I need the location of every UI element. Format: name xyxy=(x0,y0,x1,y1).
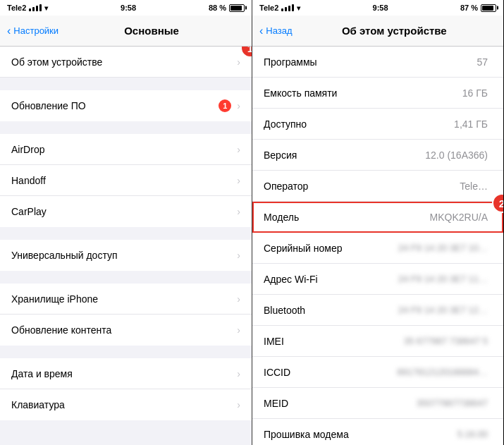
status-left-right: Telе2 ▾ xyxy=(259,4,300,12)
item-airdrop[interactable]: AirDrop › xyxy=(0,134,252,165)
item-accessibility-chevron: › xyxy=(237,250,240,261)
section-accessibility: Универсальный доступ › xyxy=(0,240,252,271)
section-update: Обновление ПО 1 › xyxy=(0,90,252,121)
battery-icon xyxy=(229,4,245,12)
item-iccid-value: 8917812120188884… xyxy=(397,367,488,377)
section-about: Об этом устройстве › 1 xyxy=(0,47,252,78)
section-accessibility-inner: Универсальный доступ › xyxy=(0,240,252,271)
section-airdrop: AirDrop › Handoff › CarPlay › xyxy=(0,134,252,227)
item-update-chevron: › xyxy=(237,100,240,111)
battery-fill-right xyxy=(482,6,493,11)
item-apps: Программы 57 xyxy=(252,47,503,78)
item-capacity: Емкость памяти 16 ГБ xyxy=(252,78,503,109)
phone-left: Telе2 ▾ 9:58 88 % ‹ Настройки Основные xyxy=(0,0,252,445)
battery-pct-label: 88 % xyxy=(209,4,226,12)
item-accessibility-label: Универсальный доступ xyxy=(11,250,237,261)
item-meid-label: MEID xyxy=(264,398,417,409)
phone-right: Telе2 ▾ 9:58 87 % ‹ Назад Об этом устрой… xyxy=(252,0,503,445)
item-model-wrapper: Модель MKQK2RU/A 2 xyxy=(252,202,503,233)
section-device-info-inner: Программы 57 Емкость памяти 16 ГБ Доступ… xyxy=(252,47,503,445)
status-bar-right: Telе2 ▾ 9:58 87 % xyxy=(252,0,503,16)
nav-title-right: Об этом устройстве xyxy=(321,25,468,37)
item-accessibility[interactable]: Универсальный доступ › xyxy=(0,240,252,271)
section-storage: Хранилище iPhone › Обновление контента › xyxy=(0,284,252,346)
section-airdrop-inner: AirDrop › Handoff › CarPlay › xyxy=(0,134,252,227)
settings-list-left: Об этом устройстве › 1 Обновление ПО 1 › xyxy=(0,47,252,445)
item-update[interactable]: Обновление ПО 1 › xyxy=(0,90,252,121)
item-airdrop-chevron: › xyxy=(237,144,240,155)
item-bg-refresh-label: Обновление контента xyxy=(11,324,237,336)
carrier-label: Telе2 xyxy=(7,4,26,12)
item-version-label: Версия xyxy=(264,150,425,161)
item-model-value: MKQK2RU/A xyxy=(430,212,488,223)
item-model: Модель MKQK2RU/A xyxy=(252,202,503,233)
item-keyboard-label: Клавиатура xyxy=(11,399,237,410)
nav-bar-right: ‹ Назад Об этом устройстве xyxy=(252,16,503,47)
section-datetime-inner: Дата и время › Клавиатура › xyxy=(0,358,252,420)
item-wifi-addr: Адрес Wi-Fi 24 F9 14 20 3E7 11… xyxy=(252,264,503,295)
back-button-right[interactable]: ‹ Назад xyxy=(259,25,293,37)
item-datetime[interactable]: Дата и время › xyxy=(0,358,252,389)
item-operator-value: Tele… xyxy=(460,181,488,192)
item-handoff[interactable]: Handoff › xyxy=(0,165,252,196)
item-version: Версия 12.0 (16A366) xyxy=(252,140,503,171)
item-datetime-label: Дата и время xyxy=(11,368,237,379)
item-bluetooth-value: 24 F9 14 20 3E7 12… xyxy=(398,305,488,315)
time-label: 9:58 xyxy=(121,4,136,12)
nav-bar-left: ‹ Настройки Основные xyxy=(0,16,252,47)
item-iccid-label: ICCID xyxy=(264,367,397,378)
section-update-inner: Обновление ПО 1 › xyxy=(0,90,252,121)
item-carplay[interactable]: CarPlay › xyxy=(0,196,252,227)
item-model-label: Модель xyxy=(264,212,430,223)
status-left: Telе2 ▾ xyxy=(7,4,48,12)
item-bg-refresh[interactable]: Обновление контента › xyxy=(0,315,252,346)
item-imei-label: IMEI xyxy=(264,336,404,347)
item-apps-label: Программы xyxy=(264,56,477,68)
device-info-list: Программы 57 Емкость памяти 16 ГБ Доступ… xyxy=(252,47,503,445)
signal-icon-right xyxy=(281,4,294,11)
item-about[interactable]: Об этом устройстве › xyxy=(0,47,252,78)
item-capacity-label: Емкость памяти xyxy=(264,87,462,99)
item-available-label: Доступно xyxy=(264,118,454,130)
item-available-value: 1,41 ГБ xyxy=(454,118,488,130)
time-label-right: 9:58 xyxy=(373,4,388,12)
nav-title-left: Основные xyxy=(87,25,216,37)
item-keyboard-chevron: › xyxy=(237,399,240,410)
item-serial-value: 24 F9 14 20 3E7 10… xyxy=(398,243,488,253)
item-operator: Оператор Tele… xyxy=(252,171,503,202)
gap-1 xyxy=(0,78,252,90)
back-label-right: Назад xyxy=(266,25,292,36)
update-badge: 1 xyxy=(219,99,231,112)
item-bluetooth-label: Bluetooth xyxy=(264,305,398,316)
gap-5 xyxy=(0,346,252,358)
item-storage[interactable]: Хранилище iPhone › xyxy=(0,284,252,315)
item-serial-label: Серийный номер xyxy=(264,243,398,254)
status-right-right: 87 % xyxy=(460,4,496,12)
item-iccid: ICCID 8917812120188884… xyxy=(252,357,503,388)
item-carplay-label: CarPlay xyxy=(11,206,237,217)
item-bluetooth: Bluetooth 24 F9 14 20 3E7 12… xyxy=(252,295,503,326)
item-capacity-value: 16 ГБ xyxy=(462,87,488,99)
back-button-left[interactable]: ‹ Настройки xyxy=(7,25,59,37)
item-about-chevron: › xyxy=(237,56,240,68)
item-version-value: 12.0 (16A366) xyxy=(425,150,488,161)
battery-fill xyxy=(231,6,242,11)
back-chevron-icon: ‹ xyxy=(7,25,11,37)
signal-icon xyxy=(29,4,42,11)
item-carplay-chevron: › xyxy=(237,206,240,217)
wifi-icon-right: ▾ xyxy=(297,4,300,12)
item-wifi-addr-value: 24 F9 14 20 3E7 11… xyxy=(398,274,488,284)
item-datetime-chevron: › xyxy=(237,368,240,379)
wifi-icon: ▾ xyxy=(44,4,48,12)
item-keyboard[interactable]: Клавиатура › xyxy=(0,389,252,420)
item-update-label: Обновление ПО xyxy=(11,100,219,111)
battery-pct-label-right: 87 % xyxy=(460,4,478,12)
carrier-label-right: Telе2 xyxy=(259,4,278,12)
section-datetime: Дата и время › Клавиатура › xyxy=(0,358,252,420)
item-serial: Серийный номер 24 F9 14 20 3E7 10… xyxy=(252,233,503,264)
item-about-label: Об этом устройстве xyxy=(11,56,237,68)
item-bg-refresh-chevron: › xyxy=(237,324,240,336)
item-meid-value: 35077987738647 xyxy=(417,398,488,408)
item-storage-label: Хранилище iPhone xyxy=(11,293,237,305)
item-meid: MEID 35077987738647 xyxy=(252,388,503,419)
